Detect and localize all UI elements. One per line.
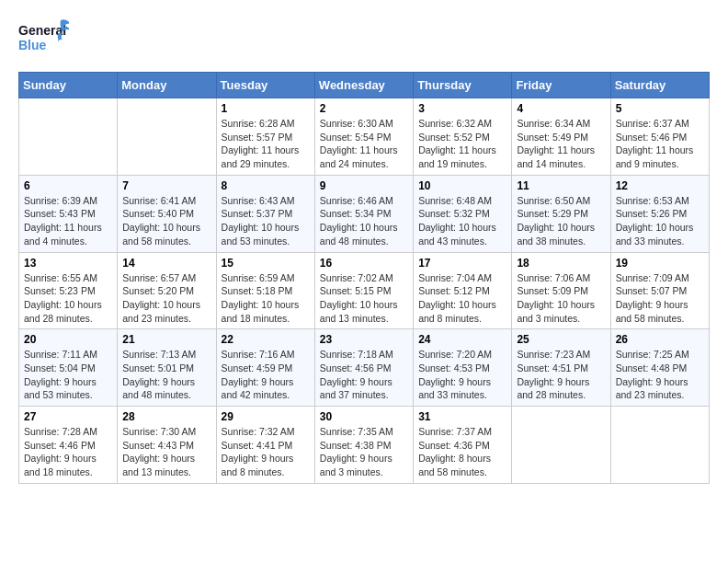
day-number: 18 xyxy=(517,257,605,270)
day-info: Sunrise: 6:41 AMSunset: 5:40 PMDaylight:… xyxy=(122,194,210,248)
page-header: General Blue xyxy=(18,18,710,63)
day-info: Sunrise: 7:04 AMSunset: 5:12 PMDaylight:… xyxy=(418,271,506,326)
day-info: Sunrise: 7:28 AMSunset: 4:46 PMDaylight:… xyxy=(24,425,112,479)
day-info: Sunrise: 6:57 AMSunset: 5:20 PMDaylight:… xyxy=(122,271,210,326)
day-number: 25 xyxy=(517,333,605,346)
day-info: Sunrise: 7:25 AMSunset: 4:48 PMDaylight:… xyxy=(616,348,704,402)
day-number: 24 xyxy=(418,333,506,346)
calendar-table: SundayMondayTuesdayWednesdayThursdayFrid… xyxy=(18,72,710,484)
weekday-header-row: SundayMondayTuesdayWednesdayThursdayFrid… xyxy=(19,73,710,98)
calendar-week-row: 1Sunrise: 6:28 AMSunset: 5:57 PMDaylight… xyxy=(19,98,710,176)
weekday-header: Sunday xyxy=(19,73,118,98)
day-info: Sunrise: 6:39 AMSunset: 5:43 PMDaylight:… xyxy=(24,194,112,248)
logo: General Blue xyxy=(18,18,69,63)
day-info: Sunrise: 6:53 AMSunset: 5:26 PMDaylight:… xyxy=(616,194,704,248)
day-info: Sunrise: 6:43 AMSunset: 5:37 PMDaylight:… xyxy=(222,194,310,248)
calendar-cell: 31Sunrise: 7:37 AMSunset: 4:36 PMDayligh… xyxy=(414,407,512,484)
weekday-header: Monday xyxy=(118,73,216,98)
day-number: 15 xyxy=(222,257,310,270)
weekday-header: Friday xyxy=(512,73,610,98)
svg-text:Blue: Blue xyxy=(18,38,47,52)
day-number: 31 xyxy=(418,410,506,423)
calendar-cell: 13Sunrise: 6:55 AMSunset: 5:23 PMDayligh… xyxy=(19,252,118,329)
calendar-cell: 1Sunrise: 6:28 AMSunset: 5:57 PMDaylight… xyxy=(216,98,314,176)
calendar-cell: 15Sunrise: 6:59 AMSunset: 5:18 PMDayligh… xyxy=(216,252,314,329)
day-number: 6 xyxy=(24,179,112,192)
day-info: Sunrise: 7:37 AMSunset: 4:36 PMDaylight:… xyxy=(418,425,506,479)
day-info: Sunrise: 7:30 AMSunset: 4:43 PMDaylight:… xyxy=(122,425,210,479)
day-info: Sunrise: 7:32 AMSunset: 4:41 PMDaylight:… xyxy=(222,425,310,479)
calendar-cell: 24Sunrise: 7:20 AMSunset: 4:53 PMDayligh… xyxy=(414,329,512,407)
calendar-cell: 16Sunrise: 7:02 AMSunset: 5:15 PMDayligh… xyxy=(314,252,413,329)
day-info: Sunrise: 6:55 AMSunset: 5:23 PMDaylight:… xyxy=(24,271,112,326)
day-info: Sunrise: 7:11 AMSunset: 5:04 PMDaylight:… xyxy=(24,348,112,402)
calendar-cell: 7Sunrise: 6:41 AMSunset: 5:40 PMDaylight… xyxy=(118,175,216,252)
day-number: 5 xyxy=(616,102,704,115)
logo-wrapper: General Blue xyxy=(18,18,69,63)
calendar-cell: 23Sunrise: 7:18 AMSunset: 4:56 PMDayligh… xyxy=(314,329,413,407)
day-number: 16 xyxy=(320,257,408,270)
calendar-cell xyxy=(19,98,118,176)
day-info: Sunrise: 6:46 AMSunset: 5:34 PMDaylight:… xyxy=(320,194,408,248)
calendar-cell: 17Sunrise: 7:04 AMSunset: 5:12 PMDayligh… xyxy=(414,252,512,329)
day-number: 17 xyxy=(418,257,506,270)
weekday-header: Wednesday xyxy=(314,73,413,98)
day-number: 27 xyxy=(24,410,112,423)
calendar-cell: 26Sunrise: 7:25 AMSunset: 4:48 PMDayligh… xyxy=(610,329,709,407)
calendar-cell: 12Sunrise: 6:53 AMSunset: 5:26 PMDayligh… xyxy=(610,175,709,252)
logo-bird-icon: General Blue xyxy=(18,18,69,63)
day-number: 30 xyxy=(320,410,408,423)
day-info: Sunrise: 7:18 AMSunset: 4:56 PMDaylight:… xyxy=(320,348,408,402)
day-number: 9 xyxy=(320,179,408,192)
day-number: 11 xyxy=(517,179,605,192)
day-number: 28 xyxy=(122,410,210,423)
day-number: 19 xyxy=(616,257,704,270)
weekday-header: Saturday xyxy=(610,73,709,98)
calendar-cell: 28Sunrise: 7:30 AMSunset: 4:43 PMDayligh… xyxy=(118,407,216,484)
day-number: 14 xyxy=(122,257,210,270)
calendar-week-row: 20Sunrise: 7:11 AMSunset: 5:04 PMDayligh… xyxy=(19,329,710,407)
calendar-cell: 25Sunrise: 7:23 AMSunset: 4:51 PMDayligh… xyxy=(512,329,610,407)
day-info: Sunrise: 7:06 AMSunset: 5:09 PMDaylight:… xyxy=(517,271,605,326)
day-number: 4 xyxy=(517,102,605,115)
day-info: Sunrise: 6:37 AMSunset: 5:46 PMDaylight:… xyxy=(616,117,704,171)
weekday-header: Thursday xyxy=(414,73,512,98)
day-info: Sunrise: 7:16 AMSunset: 4:59 PMDaylight:… xyxy=(222,348,310,402)
calendar-cell: 6Sunrise: 6:39 AMSunset: 5:43 PMDaylight… xyxy=(19,175,118,252)
calendar-cell xyxy=(610,407,709,484)
calendar-cell: 3Sunrise: 6:32 AMSunset: 5:52 PMDaylight… xyxy=(414,98,512,176)
day-info: Sunrise: 6:50 AMSunset: 5:29 PMDaylight:… xyxy=(517,194,605,248)
day-info: Sunrise: 6:28 AMSunset: 5:57 PMDaylight:… xyxy=(222,117,310,171)
day-number: 1 xyxy=(222,102,310,115)
day-number: 3 xyxy=(418,102,506,115)
calendar-cell: 30Sunrise: 7:35 AMSunset: 4:38 PMDayligh… xyxy=(314,407,413,484)
day-info: Sunrise: 7:20 AMSunset: 4:53 PMDaylight:… xyxy=(418,348,506,402)
calendar-cell: 19Sunrise: 7:09 AMSunset: 5:07 PMDayligh… xyxy=(610,252,709,329)
weekday-header: Tuesday xyxy=(216,73,314,98)
day-info: Sunrise: 7:23 AMSunset: 4:51 PMDaylight:… xyxy=(517,348,605,402)
calendar-cell: 2Sunrise: 6:30 AMSunset: 5:54 PMDaylight… xyxy=(314,98,413,176)
day-number: 8 xyxy=(222,179,310,192)
calendar-cell: 22Sunrise: 7:16 AMSunset: 4:59 PMDayligh… xyxy=(216,329,314,407)
calendar-cell: 20Sunrise: 7:11 AMSunset: 5:04 PMDayligh… xyxy=(19,329,118,407)
calendar-cell: 10Sunrise: 6:48 AMSunset: 5:32 PMDayligh… xyxy=(414,175,512,252)
calendar-week-row: 27Sunrise: 7:28 AMSunset: 4:46 PMDayligh… xyxy=(19,407,710,484)
day-number: 23 xyxy=(320,333,408,346)
day-number: 13 xyxy=(24,257,112,270)
calendar-cell: 21Sunrise: 7:13 AMSunset: 5:01 PMDayligh… xyxy=(118,329,216,407)
calendar-cell xyxy=(118,98,216,176)
day-number: 2 xyxy=(320,102,408,115)
calendar-week-row: 6Sunrise: 6:39 AMSunset: 5:43 PMDaylight… xyxy=(19,175,710,252)
day-info: Sunrise: 7:13 AMSunset: 5:01 PMDaylight:… xyxy=(122,348,210,402)
day-info: Sunrise: 7:02 AMSunset: 5:15 PMDaylight:… xyxy=(320,271,408,326)
calendar-cell: 8Sunrise: 6:43 AMSunset: 5:37 PMDaylight… xyxy=(216,175,314,252)
day-number: 20 xyxy=(24,333,112,346)
calendar-cell: 27Sunrise: 7:28 AMSunset: 4:46 PMDayligh… xyxy=(19,407,118,484)
day-number: 21 xyxy=(122,333,210,346)
calendar-cell: 11Sunrise: 6:50 AMSunset: 5:29 PMDayligh… xyxy=(512,175,610,252)
day-info: Sunrise: 6:48 AMSunset: 5:32 PMDaylight:… xyxy=(418,194,506,248)
day-info: Sunrise: 6:59 AMSunset: 5:18 PMDaylight:… xyxy=(222,271,310,326)
day-number: 12 xyxy=(616,179,704,192)
calendar-cell: 14Sunrise: 6:57 AMSunset: 5:20 PMDayligh… xyxy=(118,252,216,329)
day-info: Sunrise: 6:30 AMSunset: 5:54 PMDaylight:… xyxy=(320,117,408,171)
